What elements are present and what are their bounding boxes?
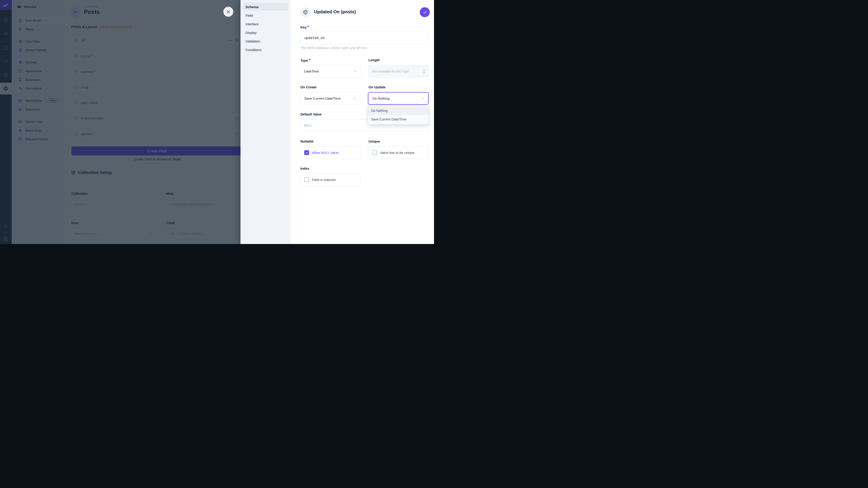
index-checkbox-label[interactable]: Field is indexed bbox=[312, 178, 336, 182]
stepper-down-icon bbox=[423, 72, 426, 74]
tab-field[interactable]: Field bbox=[243, 11, 288, 19]
nullable-checkbox-label[interactable]: Allow NULL value bbox=[312, 151, 339, 155]
cube-icon bbox=[303, 9, 308, 15]
tab-schema[interactable]: Schema bbox=[243, 3, 288, 11]
drawer-scrim[interactable] bbox=[0, 0, 241, 244]
save-button[interactable] bbox=[420, 7, 430, 17]
key-input-wrap bbox=[300, 32, 429, 44]
required-star bbox=[309, 58, 311, 61]
drawer-title: Updated On (posts) bbox=[314, 9, 356, 14]
unique-checkbox[interactable] bbox=[372, 150, 377, 155]
check-icon bbox=[305, 151, 308, 154]
field-detail-drawer: Updated On (posts) Key This field's data… bbox=[290, 0, 434, 244]
key-input[interactable] bbox=[304, 32, 424, 44]
close-drawer-button[interactable] bbox=[223, 7, 233, 17]
on-update-select-value: Do Nothing bbox=[373, 96, 390, 100]
drawer-title-badge bbox=[301, 7, 310, 17]
directus-app: Directus Data Model Flows User Roles Acc… bbox=[0, 0, 434, 244]
tab-interface[interactable]: Interface bbox=[243, 20, 288, 28]
unique-checkbox-row: Value has to be unique bbox=[368, 147, 429, 159]
required-star bbox=[307, 25, 309, 28]
check-icon bbox=[422, 10, 427, 15]
type-select[interactable]: DateTime bbox=[300, 65, 361, 77]
on-create-label: On Create bbox=[301, 85, 317, 89]
on-create-select[interactable]: Save Current Date/Time bbox=[300, 92, 361, 105]
drawer-tab-list: Schema Field Interface Display Validatio… bbox=[241, 0, 290, 244]
unique-checkbox-label[interactable]: Value has to be unique bbox=[380, 151, 414, 155]
menu-option-save-current-datetime[interactable]: Save Current Date/Time bbox=[368, 115, 429, 124]
index-checkbox-row: Field is indexed bbox=[300, 173, 361, 186]
tab-display[interactable]: Display bbox=[243, 29, 288, 36]
chevron-down-icon bbox=[353, 69, 357, 73]
type-label: Type bbox=[301, 58, 311, 62]
on-create-select-value: Save Current Date/Time bbox=[304, 96, 341, 100]
on-update-dropdown-menu: Do Nothing Save Current Date/Time bbox=[368, 105, 429, 125]
index-label: Index bbox=[301, 166, 309, 170]
type-select-value: DateTime bbox=[304, 69, 319, 73]
close-icon bbox=[226, 9, 231, 14]
key-helper-text: This field's database column name and AP… bbox=[301, 46, 367, 50]
default-value-label: Default Value bbox=[301, 112, 322, 116]
tab-conditions[interactable]: Conditions bbox=[243, 46, 288, 54]
on-update-select[interactable]: Do Nothing bbox=[368, 92, 429, 105]
stepper-buttons bbox=[423, 69, 426, 74]
menu-option-do-nothing[interactable]: Do Nothing bbox=[368, 106, 429, 115]
chevron-down-icon bbox=[353, 96, 357, 100]
length-label: Length bbox=[368, 58, 380, 62]
key-label: Key bbox=[301, 25, 309, 29]
length-input-wrap bbox=[368, 65, 429, 77]
tab-validation[interactable]: Validation bbox=[243, 37, 288, 45]
length-input bbox=[372, 65, 423, 77]
stepper-up-icon bbox=[423, 69, 426, 71]
unique-label: Unique bbox=[368, 139, 380, 143]
nullable-checkbox-row: Allow NULL value bbox=[300, 147, 361, 159]
chevron-up-icon bbox=[421, 96, 425, 100]
nullable-label: Nullable bbox=[301, 139, 313, 143]
on-update-label: On Update bbox=[368, 85, 385, 89]
index-checkbox[interactable] bbox=[304, 177, 309, 182]
nullable-checkbox[interactable] bbox=[304, 150, 309, 155]
